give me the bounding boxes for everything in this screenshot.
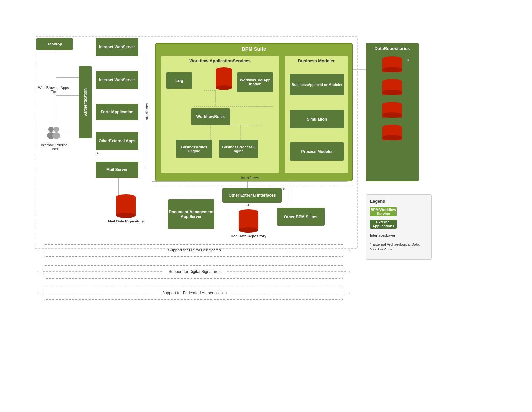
db2 <box>382 79 402 97</box>
db-cylinders-group: * <box>382 56 402 143</box>
support-digital-sigs-row: ← Support for Digital Signatures → <box>36 269 353 275</box>
data-repo-label: DataRepositories <box>375 46 410 51</box>
db3 <box>382 102 402 120</box>
data-repositories-box: DataRepositories * <box>366 43 419 181</box>
legend-external-apps: External Applications <box>370 220 428 229</box>
db1: * <box>382 56 402 74</box>
workflow-db <box>216 67 232 90</box>
db4 <box>382 125 402 143</box>
support-digital-sigs-text: Support for Digital Signatures <box>162 269 227 274</box>
legend-external-note: * External Archaeological Data, SaaS or … <box>370 242 428 252</box>
main-outer-dashed <box>35 36 358 249</box>
legend-box: Legend BPM/Workflow Service External App… <box>366 194 432 260</box>
legend-bpm-workflow: BPM/Workflow Service <box>370 207 428 216</box>
legend-title: Legend <box>370 199 428 204</box>
support-federated-auth-row: ← Support for Federated Authentication → <box>36 290 353 296</box>
diagram-container: Desktop Web Browser Apps Etc Internal/ E… <box>16 20 511 382</box>
legend-interfaces-layer: InterfacesLayer <box>370 232 428 239</box>
support-federated-auth-text: Support for Federated Authentication <box>156 291 233 295</box>
